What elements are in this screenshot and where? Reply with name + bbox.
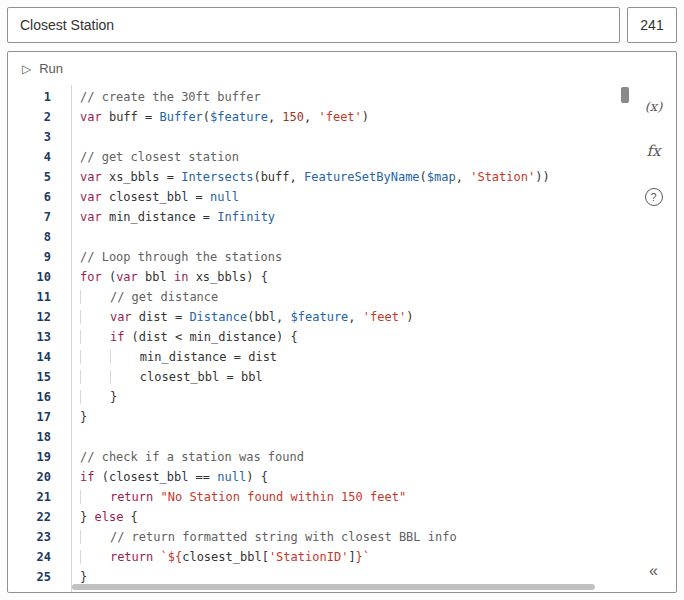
code-line: }	[80, 407, 619, 427]
line-number: 1	[8, 87, 71, 107]
help-icon: ?	[645, 188, 663, 206]
globals-icon: (x)	[645, 99, 662, 114]
line-number: 7	[8, 207, 71, 227]
functions-icon: fx	[646, 142, 660, 160]
line-number: 21	[8, 487, 71, 507]
line-number: 8	[8, 227, 71, 247]
help-button[interactable]: ?	[645, 188, 663, 206]
line-number: 2	[8, 107, 71, 127]
code-line: // Loop through the stations	[80, 247, 619, 267]
code-line: var dist = Distance(bbl, $feature, 'feet…	[80, 307, 619, 327]
code-line: var closest_bbl = null	[80, 187, 619, 207]
indent-guide	[80, 350, 110, 364]
indent-guide	[80, 310, 110, 324]
collapse-panel-button[interactable]: «	[649, 562, 658, 580]
line-number: 5	[8, 167, 71, 187]
indent-guide	[80, 330, 110, 344]
collapse-chevrons-icon: «	[649, 562, 658, 579]
code-line: // get distance	[80, 287, 619, 307]
run-button[interactable]: ▷ Run	[22, 61, 63, 76]
vertical-scrollbar-thumb[interactable]	[621, 87, 629, 103]
code-line: for (var bbl in xs_bbls) {	[80, 267, 619, 287]
line-number: 16	[8, 387, 71, 407]
line-number: 3	[8, 127, 71, 147]
character-count-badge: 241	[627, 7, 677, 43]
line-number: 17	[8, 407, 71, 427]
indent-guide	[80, 390, 110, 404]
code-line: min_distance = dist	[80, 347, 619, 367]
line-number: 15	[8, 367, 71, 387]
code-line: // get closest station	[80, 147, 619, 167]
line-number: 11	[8, 287, 71, 307]
line-number: 20	[8, 467, 71, 487]
code-content[interactable]: // create the 30ft buffervar buff = Buff…	[72, 85, 619, 592]
code-line: } else {	[80, 507, 619, 527]
code-line: }	[80, 387, 619, 407]
run-toolbar: ▷ Run	[8, 52, 676, 85]
run-button-label: Run	[39, 61, 63, 76]
code-editor-region: 1234567891011121314151617181920212223242…	[8, 85, 676, 592]
code-line: if (dist < min_distance) {	[80, 327, 619, 347]
line-number: 9	[8, 247, 71, 267]
functions-button[interactable]: fx	[646, 142, 660, 160]
indent-guide	[80, 290, 110, 304]
code-line	[80, 227, 619, 247]
line-number: 6	[8, 187, 71, 207]
indent-guide	[80, 530, 110, 544]
vertical-scrollbar[interactable]	[619, 85, 631, 592]
line-number: 12	[8, 307, 71, 327]
line-number: 14	[8, 347, 71, 367]
line-number: 24	[8, 547, 71, 567]
code-line: return `${closest_bbl['StationID']}`	[80, 547, 619, 567]
horizontal-scrollbar-thumb[interactable]	[72, 584, 595, 590]
line-number: 18	[8, 427, 71, 447]
line-number: 4	[8, 147, 71, 167]
line-number: 13	[8, 327, 71, 347]
code-line: // return formatted string with closest …	[80, 527, 619, 547]
code-line: return "No Station found within 150 feet…	[80, 487, 619, 507]
code-line: var xs_bbls = Intersects(buff, FeatureSe…	[80, 167, 619, 187]
code-line	[80, 427, 619, 447]
line-number: 25	[8, 567, 71, 587]
globals-button[interactable]: (x)	[645, 99, 662, 114]
indent-guide	[110, 350, 140, 364]
indent-guide	[80, 490, 110, 504]
title-row: 241	[7, 7, 677, 43]
line-number-gutter: 1234567891011121314151617181920212223242…	[8, 85, 72, 592]
run-play-icon: ▷	[22, 63, 31, 75]
expression-editor-panel: ▷ Run 1234567891011121314151617181920212…	[7, 51, 677, 593]
line-number: 23	[8, 527, 71, 547]
code-line: closest_bbl = bbl	[80, 367, 619, 387]
indent-guide	[80, 550, 110, 564]
code-line: var min_distance = Infinity	[80, 207, 619, 227]
code-line: if (closest_bbl == null) {	[80, 467, 619, 487]
arcade-expression-editor: 241 ▷ Run 123456789101112131415161718192…	[0, 0, 684, 600]
line-number: 22	[8, 507, 71, 527]
code-line: // create the 30ft buffer	[80, 87, 619, 107]
horizontal-scrollbar[interactable]	[72, 583, 617, 591]
line-number: 10	[8, 267, 71, 287]
code-line: // check if a station was found	[80, 447, 619, 467]
editor-sidebar: (x) fx ? «	[631, 85, 676, 592]
line-number: 19	[8, 447, 71, 467]
code-line	[80, 127, 619, 147]
expression-title-input[interactable]	[7, 7, 620, 43]
code-line: var buff = Buffer($feature, 150, 'feet')	[80, 107, 619, 127]
indent-guide	[110, 370, 140, 384]
indent-guide	[80, 370, 110, 384]
